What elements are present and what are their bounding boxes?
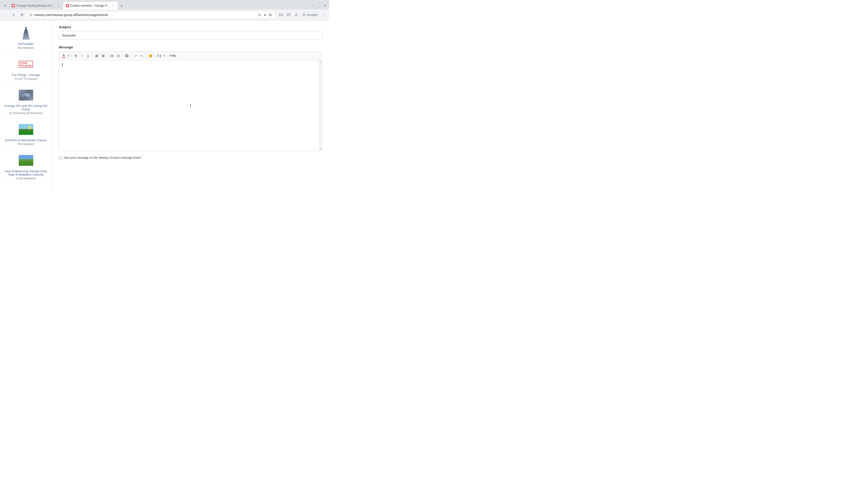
bold-button[interactable]: B	[73, 53, 79, 59]
scroll-down[interactable]: ▼	[319, 148, 322, 151]
unordered-list-button[interactable]	[109, 53, 115, 59]
embed-dropdown[interactable]: ▾	[162, 53, 166, 59]
italic-button[interactable]: I	[79, 53, 85, 59]
cast-button[interactable]	[277, 11, 285, 19]
svg-line-2	[260, 15, 261, 17]
survivors-logo-img	[19, 124, 33, 135]
inner-engineering-name: Inner Engineering Chicago (Isha Yoga & M…	[3, 169, 49, 176]
embed-button[interactable]	[156, 53, 162, 59]
sidebar-item-chicago-20s[interactable]: Chicago 20's and 30's Going Out Group 10…	[0, 84, 52, 119]
address-bar-icons: ★	[257, 13, 273, 17]
sep5	[131, 54, 131, 58]
tab1-close[interactable]: ×	[57, 4, 61, 7]
svg-point-42	[110, 56, 111, 56]
back-button[interactable]	[2, 11, 9, 19]
also-post-row: Also post message on this Meetup Group's…	[59, 154, 322, 162]
survivors-logo	[19, 122, 33, 137]
sidebar-item-inner-engineering[interactable]: Inner Engineering Chicago (Isha Yoga & M…	[0, 150, 52, 184]
extensions-icon[interactable]	[268, 13, 273, 17]
svg-rect-4	[271, 14, 272, 15]
scroll-track	[319, 64, 322, 148]
svg-rect-27	[19, 129, 33, 131]
address-bar-row: meetup.com/meetup-group-ulfhsivo/message…	[0, 9, 329, 20]
tab-expand-button[interactable]	[2, 2, 8, 9]
subject-section: Subject	[59, 25, 322, 45]
svg-rect-18	[23, 36, 29, 37]
forward-button[interactable]	[10, 11, 17, 19]
underline-button[interactable]: U	[85, 53, 91, 59]
tab-search-button[interactable]	[285, 11, 292, 19]
message-label: Message	[59, 45, 322, 49]
svg-rect-6	[271, 15, 272, 16]
fun-things-logo: cheaphot group	[19, 57, 33, 71]
chitownbio-name: ChiTownBio	[18, 42, 34, 46]
close-window-button[interactable]: ✕	[323, 3, 327, 8]
browser-chrome: Chicago Painting Meetup Grou... × Contac…	[0, 0, 329, 21]
bookmark-icon[interactable]: ★	[263, 13, 267, 17]
tab-contact-members[interactable]: Contact members - Chicago Pa... ×	[63, 2, 118, 9]
history-group: ↩ ↪	[133, 53, 145, 59]
subject-input[interactable]	[59, 31, 322, 40]
sidebar-item-chitownbio[interactable]: ChiTownBio 581 Members	[0, 22, 52, 53]
message-editor-area[interactable]	[59, 60, 322, 151]
message-section: Message A ▾ B I U	[59, 45, 322, 151]
profile-button[interactable]	[293, 11, 300, 19]
align-left-button[interactable]	[94, 53, 100, 59]
fun-things-members: 14,247 Fun people	[14, 77, 37, 80]
tab2-title: Contact members - Chicago Pa...	[70, 4, 110, 7]
scroll-up[interactable]: ▲	[319, 60, 322, 64]
address-bar[interactable]: meetup.com/meetup-group-ulfhsivo/message…	[26, 11, 276, 19]
sidebar: ChiTownBio 581 Members cheaphot group Fu…	[0, 21, 52, 190]
inner-engineering-logo	[19, 153, 33, 168]
tab-bar: Chicago Painting Meetup Grou... × Contac…	[0, 0, 329, 9]
font-color-dropdown[interactable]: ▾	[67, 53, 70, 59]
list-group: 1.2.3.	[109, 53, 121, 59]
window-controls: ─ ⬜ ✕	[310, 3, 327, 8]
chicago-20s-logo-img	[19, 90, 33, 101]
url-display: meetup.com/meetup-group-ulfhsivo/message…	[34, 13, 255, 17]
search-icon[interactable]	[257, 13, 262, 17]
tab1-title: Chicago Painting Meetup Grou...	[16, 4, 56, 7]
sep2	[92, 54, 93, 58]
new-tab-button[interactable]: +	[119, 3, 125, 9]
tab2-favicon	[66, 4, 69, 7]
svg-rect-31	[19, 159, 33, 161]
font-color-button[interactable]: A	[61, 53, 67, 59]
message-editor: A ▾ B I U	[59, 51, 322, 151]
main-content: Subject Message A ▾ B	[52, 21, 329, 190]
emoticon-button[interactable]: 😊	[148, 53, 153, 59]
incognito-label: Incognito	[307, 13, 318, 17]
fun-things-name: Fun Things - Chicago	[12, 73, 40, 76]
also-post-label: Also post message on this Meetup Group's…	[64, 156, 141, 159]
editor-scrollbar[interactable]: ▲ ▼	[319, 60, 322, 151]
maximize-button[interactable]: ⬜	[316, 3, 321, 8]
image-button[interactable]: 🖼	[124, 53, 130, 59]
chitownbio-members: 581 Members	[18, 46, 34, 50]
sidebar-item-survivors[interactable]: Survivors of Narcissistic Trauma 952 Mem…	[0, 119, 52, 150]
undo-button[interactable]: ↩	[133, 53, 138, 59]
svg-point-28	[28, 126, 31, 129]
menu-button[interactable]: ⋮	[320, 11, 327, 19]
subject-label: Subject	[59, 25, 322, 29]
svg-rect-26	[19, 130, 33, 135]
align-group	[94, 53, 106, 59]
html-button[interactable]: HTML	[168, 53, 178, 59]
align-center-button[interactable]	[100, 53, 106, 59]
tab-chicago-painting[interactable]: Chicago Painting Meetup Grou... ×	[9, 2, 63, 9]
also-post-checkbox[interactable]	[59, 156, 62, 159]
refresh-button[interactable]	[18, 11, 25, 19]
svg-rect-14	[25, 29, 27, 30]
svg-point-40	[110, 55, 111, 55]
redo-button[interactable]: ↪	[139, 53, 145, 59]
chicago-20s-logo	[19, 88, 33, 102]
sep4	[122, 54, 123, 58]
minimize-button[interactable]: ─	[310, 3, 315, 8]
chitownbio-logo	[19, 26, 33, 40]
sidebar-item-fun-things[interactable]: cheaphot group Fun Things - Chicago 14,2…	[0, 53, 52, 84]
text-cursor	[62, 63, 63, 67]
cheap-logo-text: cheaphot group	[19, 61, 33, 68]
chicago-20s-name: Chicago 20's and 30's Going Out Group	[3, 104, 49, 111]
svg-rect-8	[287, 13, 290, 16]
tab2-close[interactable]: ×	[111, 4, 115, 7]
ordered-list-button[interactable]: 1.2.3.	[115, 53, 121, 59]
